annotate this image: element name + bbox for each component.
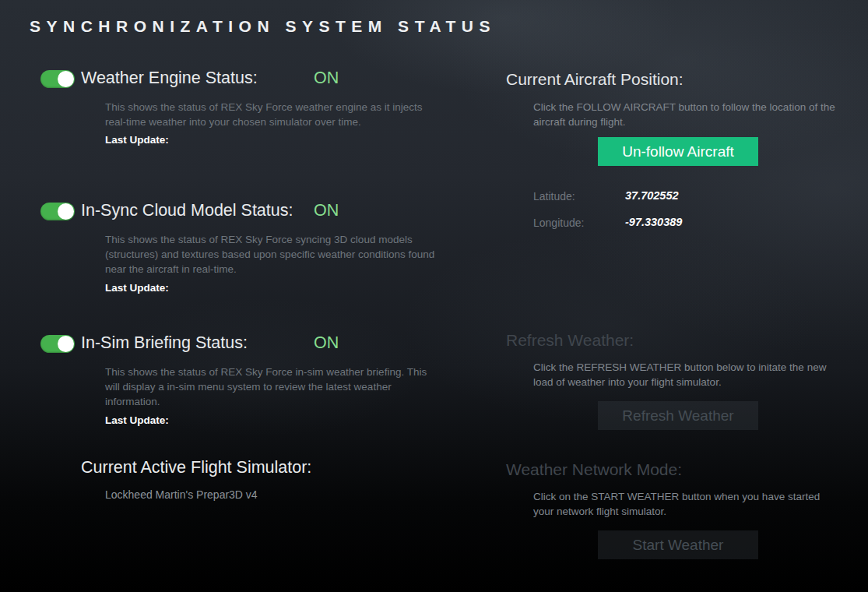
toggle-knob xyxy=(58,71,74,87)
unfollow-aircraft-button[interactable]: Un-follow Aircraft xyxy=(598,137,758,166)
briefing-last-update-label: Last Update: xyxy=(105,414,169,426)
weather-engine-last-update-label: Last Update: xyxy=(105,134,169,146)
refresh-weather-heading: Refresh Weather: xyxy=(506,331,634,350)
weather-network-description: Click on the START WEATHER button when y… xyxy=(533,489,838,519)
sync-system-status-screen: SYNCHRONIZATION SYSTEM STATUS Weather En… xyxy=(0,0,868,592)
active-simulator-section: Current Active Flight Simulator: Lockhee… xyxy=(81,458,311,477)
weather-engine-status-description: This shows the status of REX Sky Force w… xyxy=(105,100,438,129)
longitude-label: Longitude: xyxy=(533,217,584,229)
briefing-status-description: This shows the status of REX Sky Force i… xyxy=(105,365,438,409)
active-simulator-value: Lockheed Martin's Prepar3D v4 xyxy=(105,488,258,501)
cloud-model-status-description: This shows the status of REX Sky Force s… xyxy=(105,232,438,277)
cloud-model-status-label: In-Sync Cloud Model Status: xyxy=(81,201,293,220)
latitude-label: Latitude: xyxy=(533,190,575,203)
briefing-status-label: In-Sim Briefing Status: xyxy=(81,333,248,353)
briefing-status-value: ON xyxy=(314,333,339,353)
cloud-model-toggle[interactable] xyxy=(40,203,75,220)
aircraft-position-description: Click the FOLLOW AIRCRAFT button to foll… xyxy=(533,100,838,129)
briefing-toggle[interactable] xyxy=(40,335,75,353)
aircraft-position-heading: Current Aircraft Position: xyxy=(506,70,684,89)
weather-engine-toggle[interactable] xyxy=(40,70,75,88)
weather-network-heading: Weather Network Mode: xyxy=(506,460,682,479)
refresh-weather-description: Click the REFRESH WEATHER button below t… xyxy=(533,360,838,389)
weather-engine-status-label: Weather Engine Status: xyxy=(81,69,258,88)
latitude-value: 37.702552 xyxy=(625,189,679,202)
cloud-model-status-value: ON xyxy=(314,201,339,220)
start-weather-button[interactable]: Start Weather xyxy=(598,530,758,559)
refresh-weather-button[interactable]: Refresh Weather xyxy=(598,401,758,430)
toggle-knob xyxy=(58,203,74,220)
toggle-knob xyxy=(58,336,74,352)
active-simulator-heading: Current Active Flight Simulator: xyxy=(81,458,311,477)
longitude-value: -97.330389 xyxy=(625,216,682,228)
page-title: SYNCHRONIZATION SYSTEM STATUS xyxy=(30,17,496,36)
weather-engine-status-value: ON xyxy=(314,69,339,88)
cloud-model-last-update-label: Last Update: xyxy=(105,282,169,294)
